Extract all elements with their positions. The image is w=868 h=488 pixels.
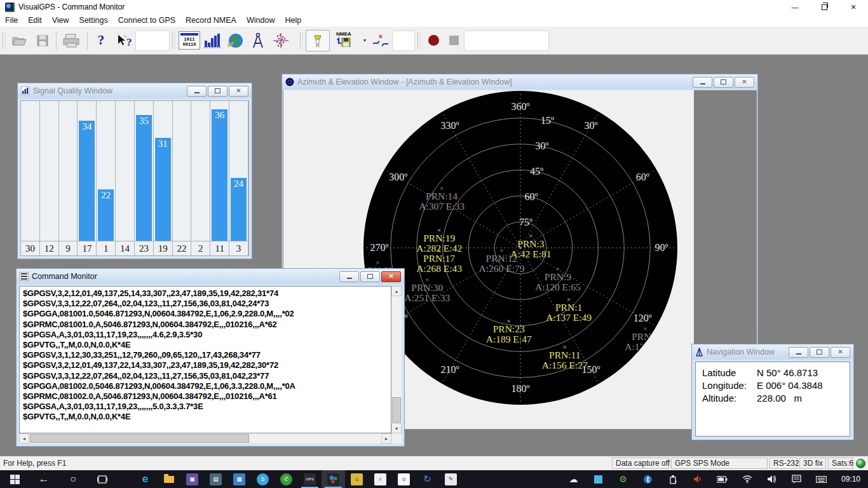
child-close-button[interactable]: ✕	[381, 271, 401, 282]
child-minimize-button[interactable]	[693, 77, 712, 88]
child-close-button[interactable]: ✕	[229, 86, 248, 97]
onedrive-cloud-icon[interactable]: ☁	[561, 474, 586, 484]
bluetooth-icon[interactable]	[635, 475, 660, 484]
child-restore-button[interactable]	[714, 77, 733, 88]
taskbar: ← ○ e ▣ ▤ ▦ S ✆ GPS u ≡ o ↻ ✎ ☁ ⚙	[0, 470, 868, 488]
print-button[interactable]	[58, 30, 85, 51]
taskbar-clock[interactable]: 09:10	[834, 475, 868, 484]
child-restore-button[interactable]	[360, 271, 380, 282]
scroll-left-arrow[interactable]: ◄	[19, 433, 29, 444]
save-button[interactable]	[31, 30, 54, 51]
touch-keyboard-icon[interactable]	[809, 476, 834, 483]
taskbar-app-skype[interactable]: S	[251, 470, 275, 488]
taskbar-app-sync[interactable]: ↻	[416, 470, 439, 488]
nmea-dropdown-button[interactable]: ▼	[359, 30, 369, 51]
child-minimize-button[interactable]	[187, 86, 207, 97]
menu-view[interactable]: View	[47, 16, 74, 25]
help-button[interactable]: ?	[90, 30, 112, 51]
child-minimize-button[interactable]	[789, 347, 808, 358]
azimuth-elevation-button[interactable]	[224, 30, 247, 51]
scroll-down-arrow[interactable]: ▼	[391, 423, 402, 433]
action-center-icon[interactable]	[784, 475, 809, 484]
command-monitor-title-bar[interactable]: Command Monitor ✕	[17, 269, 404, 284]
child-close-button[interactable]: ✕	[831, 347, 850, 358]
command-monitor-button[interactable]: 1011 00110	[178, 30, 201, 51]
taskbar-app-gps-simulator[interactable]: GPS	[298, 470, 322, 488]
close-button[interactable]: ×	[839, 0, 868, 14]
command-monitor-window[interactable]: Command Monitor ✕ $GPGSV,3,2,12,01,49,13…	[16, 268, 405, 447]
blue-square-tray-icon[interactable]	[586, 475, 611, 484]
scatter-plot-button[interactable]	[269, 30, 292, 51]
connect-gps-button[interactable]	[306, 30, 330, 51]
signal-quality-window[interactable]: Signal Quality Window ✕ 3012934172211435…	[17, 83, 252, 259]
azimuth-window-title-bar[interactable]: Azimuth & Elevation Window - [Azimuth & …	[282, 74, 757, 90]
signal-quality-button[interactable]	[201, 30, 224, 51]
taskbar-app-remote[interactable]: ▣	[180, 470, 204, 488]
restore-button[interactable]	[810, 0, 839, 14]
volume-icon[interactable]	[759, 475, 784, 484]
wifi-icon[interactable]	[735, 475, 759, 483]
taskbar-file-explorer[interactable]	[157, 470, 180, 488]
toolbar-grip[interactable]	[3, 32, 6, 49]
signal-bar: 24	[231, 178, 247, 241]
context-help-button[interactable]: ?✶	[112, 30, 135, 51]
taskbar-edge[interactable]: e	[133, 470, 157, 488]
toolbar-grip[interactable]	[300, 32, 303, 49]
minimize-button[interactable]: —	[780, 0, 810, 14]
back-button[interactable]: ←	[29, 470, 58, 488]
child-restore-button[interactable]	[208, 86, 227, 97]
menu-window[interactable]: Window	[241, 16, 280, 25]
child-close-button[interactable]: ✕	[735, 77, 754, 88]
menu-record-nmea[interactable]: Record NMEA	[180, 16, 241, 25]
signal-value: 31	[155, 139, 171, 149]
battery-icon[interactable]	[710, 476, 735, 483]
menu-help[interactable]: Help	[280, 16, 306, 25]
vertical-scrollbar[interactable]: ▲ ▼	[391, 286, 402, 433]
menu-edit[interactable]: Edit	[23, 16, 47, 25]
taskbar-app-phone[interactable]: ✆	[275, 470, 298, 488]
signal-window-title-bar[interactable]: Signal Quality Window ✕	[18, 83, 252, 98]
horizontal-scroll-thumb[interactable]	[30, 434, 249, 443]
task-view-button[interactable]	[88, 470, 117, 488]
taskbar-app-notes[interactable]: ≡	[369, 470, 392, 488]
menu-settings[interactable]: Settings	[74, 16, 113, 25]
navigation-window-title-bar[interactable]: Navigation Window ✕	[692, 344, 853, 360]
menu-connect-to-gps[interactable]: Connect to GPS	[113, 16, 180, 25]
taskbar-app-photos[interactable]: ▦	[227, 470, 251, 488]
taskbar-app-monitor[interactable]: ▤	[204, 470, 227, 488]
scroll-up-arrow[interactable]: ▲	[391, 286, 402, 296]
vertical-scroll-thumb[interactable]	[392, 397, 401, 423]
green-gear-icon[interactable]: ⚙	[611, 474, 635, 484]
open-button[interactable]	[8, 30, 31, 51]
toolbar-blank-box	[135, 30, 170, 51]
nmea-output-text[interactable]: $GPGSV,3,2,12,01,49,137,25,14,33,307,,23…	[19, 286, 391, 433]
navigation-window[interactable]: Navigation Window ✕ LatitudeN 50° 46.871…	[691, 344, 854, 440]
stop-button[interactable]	[444, 30, 464, 51]
toolbar-grip[interactable]	[417, 32, 421, 49]
scroll-right-arrow[interactable]: ►	[381, 433, 391, 444]
start-button[interactable]	[0, 470, 29, 488]
taskbar-app-ucenter[interactable]: u	[345, 470, 369, 488]
taskbar-app-editor[interactable]: ✎	[439, 470, 463, 488]
taskbar-app-document[interactable]: o	[392, 470, 416, 488]
svg-text:×: ×	[379, 34, 383, 40]
toolbar-grip[interactable]	[172, 32, 175, 49]
cortana-button[interactable]: ○	[58, 470, 88, 488]
navigation-window-icon	[695, 348, 703, 356]
usb-device-icon[interactable]	[660, 475, 685, 484]
command-monitor-title: Command Monitor	[32, 272, 97, 281]
child-minimize-button[interactable]	[339, 271, 359, 282]
compass-button[interactable]	[247, 30, 269, 51]
taskbar-visualgps-active[interactable]	[322, 470, 345, 488]
disconnect-button[interactable]: ×	[369, 30, 392, 51]
nav-label: Longitude:	[702, 380, 757, 393]
prn-axis-label: 19	[154, 243, 172, 254]
child-restore-button[interactable]	[810, 347, 829, 358]
menu-file[interactable]: File	[0, 16, 23, 25]
record-button[interactable]	[423, 30, 444, 51]
horizontal-scrollbar[interactable]: ◄ ►	[19, 433, 391, 444]
signal-quality-chart: 30129341722114352331192223611243	[20, 100, 249, 256]
task-view-icon	[97, 475, 107, 484]
record-nmea-button[interactable]: NMEA	[330, 30, 359, 51]
audio-manager-icon[interactable]	[685, 475, 710, 484]
